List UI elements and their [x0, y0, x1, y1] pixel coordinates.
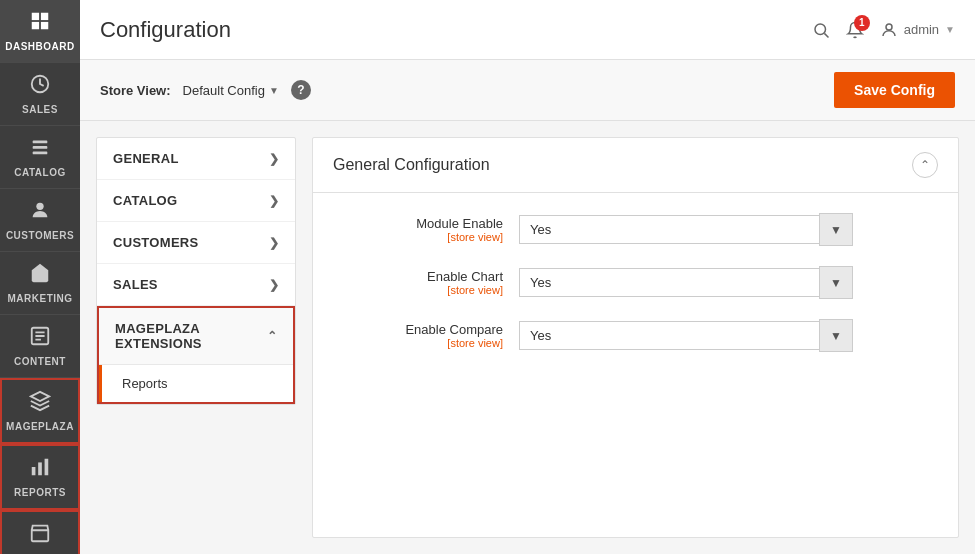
svg-rect-6 [33, 146, 48, 149]
sidebar-item-reports[interactable]: REPORTS [0, 444, 80, 510]
svg-point-13 [815, 24, 826, 35]
sidebar-item-content[interactable]: CONTENT [0, 315, 80, 378]
marketing-icon [29, 262, 51, 289]
enable-compare-label: Enable Compare [store view] [343, 322, 503, 349]
enable-chart-label: Enable Chart [store view] [343, 269, 503, 296]
left-nav-catalog-label: CATALOG [113, 193, 177, 208]
left-nav-active-section: MAGEPLAZA EXTENSIONS ⌃ Reports [97, 306, 295, 404]
chevron-down-icon: ❯ [269, 278, 279, 292]
chevron-down-icon: ❯ [269, 152, 279, 166]
sales-icon [29, 73, 51, 100]
left-nav-mageplaza-label: MAGEPLAZA EXTENSIONS [115, 321, 267, 351]
save-config-button[interactable]: Save Config [834, 72, 955, 108]
enable-chart-arrow[interactable]: ▼ [819, 266, 853, 299]
svg-rect-7 [33, 152, 48, 155]
user-icon [880, 21, 898, 39]
sidebar: DASHBOARD SALES CATALOG CUSTOMERS MARKET… [0, 0, 80, 554]
notification-badge: 1 [854, 15, 870, 31]
module-enable-select-wrap: Yes No ▼ [519, 213, 853, 246]
store-view-value: Default Config [183, 83, 265, 98]
notification-bell[interactable]: 1 [846, 21, 864, 39]
svg-rect-10 [32, 467, 36, 475]
svg-rect-11 [38, 462, 42, 475]
dashboard-icon [29, 10, 51, 37]
sidebar-item-marketing[interactable]: MARKETING [0, 252, 80, 315]
svg-rect-1 [41, 13, 48, 20]
reports-icon [29, 456, 51, 483]
form-row-enable-chart: Enable Chart [store view] Yes No ▼ [343, 266, 928, 299]
right-panel-header: General Configuration ⌃ [313, 138, 958, 193]
store-view-label: Store View: [100, 83, 171, 98]
help-icon[interactable]: ? [291, 80, 311, 100]
content-area: GENERAL ❯ CATALOG ❯ CUSTOMERS ❯ SALES ❯ … [80, 121, 975, 554]
left-nav-reports-label: Reports [122, 376, 168, 391]
store-view-bar: Store View: Default Config ▼ ? Save Conf… [80, 60, 975, 121]
catalog-icon [29, 136, 51, 163]
store-view-select[interactable]: Default Config ▼ [183, 83, 279, 98]
module-enable-arrow[interactable]: ▼ [819, 213, 853, 246]
svg-rect-2 [32, 22, 39, 29]
left-nav-general[interactable]: GENERAL ❯ [97, 138, 295, 180]
sidebar-item-label: REPORTS [14, 487, 66, 498]
left-nav-reports-item[interactable]: Reports [99, 365, 293, 402]
store-view-arrow: ▼ [269, 85, 279, 96]
sidebar-item-label: MAGEPLAZA [6, 421, 74, 432]
svg-rect-12 [45, 459, 49, 476]
search-button[interactable] [812, 21, 830, 39]
svg-rect-3 [41, 22, 48, 29]
left-nav-customers-label: CUSTOMERS [113, 235, 199, 250]
sidebar-item-label: CUSTOMERS [6, 230, 74, 241]
customers-icon [29, 199, 51, 226]
left-nav-sales[interactable]: SALES ❯ [97, 264, 295, 306]
sidebar-item-label: SALES [22, 104, 58, 115]
sidebar-item-customers[interactable]: CUSTOMERS [0, 189, 80, 252]
right-panel: General Configuration ⌃ Module Enable [s… [312, 137, 959, 538]
svg-line-14 [824, 33, 828, 37]
left-nav-customers[interactable]: CUSTOMERS ❯ [97, 222, 295, 264]
chevron-up-icon: ⌃ [267, 329, 277, 343]
left-nav: GENERAL ❯ CATALOG ❯ CUSTOMERS ❯ SALES ❯ … [96, 137, 296, 405]
chevron-down-icon: ❯ [269, 236, 279, 250]
left-nav-general-label: GENERAL [113, 151, 179, 166]
sidebar-item-catalog[interactable]: CATALOG [0, 126, 80, 189]
form-row-module-enable: Module Enable [store view] Yes No ▼ [343, 213, 928, 246]
admin-user-menu[interactable]: admin ▼ [880, 21, 955, 39]
header-actions: 1 admin ▼ [812, 21, 955, 39]
module-enable-label: Module Enable [store view] [343, 216, 503, 243]
admin-label: admin [904, 22, 939, 37]
sidebar-item-sales[interactable]: SALES [0, 63, 80, 126]
stores-icon [29, 522, 51, 549]
enable-chart-select-wrap: Yes No ▼ [519, 266, 853, 299]
svg-point-8 [36, 203, 43, 210]
chevron-down-icon: ❯ [269, 194, 279, 208]
svg-rect-5 [33, 141, 48, 144]
form-section: Module Enable [store view] Yes No ▼ Ena [313, 193, 958, 392]
page-title: Configuration [100, 17, 231, 43]
collapse-button[interactable]: ⌃ [912, 152, 938, 178]
enable-chart-select[interactable]: Yes No [519, 268, 819, 297]
sidebar-item-label: DASHBOARD [5, 41, 75, 52]
module-enable-select[interactable]: Yes No [519, 215, 819, 244]
sidebar-item-dashboard[interactable]: DASHBOARD [0, 0, 80, 63]
mageplaza-icon [29, 390, 51, 417]
svg-point-15 [886, 24, 892, 30]
content-icon [29, 325, 51, 352]
left-nav-sales-label: SALES [113, 277, 158, 292]
left-nav-mageplaza-header[interactable]: MAGEPLAZA EXTENSIONS ⌃ [99, 308, 293, 365]
form-row-enable-compare: Enable Compare [store view] Yes No ▼ [343, 319, 928, 352]
sidebar-item-label: CONTENT [14, 356, 66, 367]
enable-compare-select-wrap: Yes No ▼ [519, 319, 853, 352]
sidebar-item-label: CATALOG [14, 167, 65, 178]
right-panel-title: General Configuration [333, 156, 490, 174]
enable-compare-select[interactable]: Yes No [519, 321, 819, 350]
svg-rect-0 [32, 13, 39, 20]
sidebar-item-label: MARKETING [7, 293, 72, 304]
store-view-left: Store View: Default Config ▼ ? [100, 80, 311, 100]
left-nav-catalog[interactable]: CATALOG ❯ [97, 180, 295, 222]
top-header: Configuration 1 admin ▼ [80, 0, 975, 60]
enable-compare-arrow[interactable]: ▼ [819, 319, 853, 352]
sidebar-item-stores[interactable]: STORES [0, 510, 80, 554]
main-content: Configuration 1 admin ▼ Store View: Defa… [80, 0, 975, 554]
sidebar-item-mageplaza[interactable]: MAGEPLAZA [0, 378, 80, 444]
admin-dropdown-arrow: ▼ [945, 24, 955, 35]
